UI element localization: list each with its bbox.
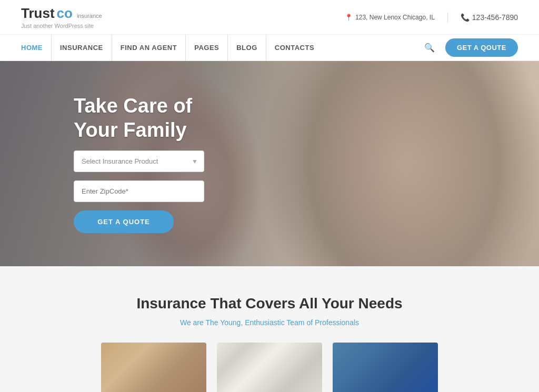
logo-insurance-text: insurance: [77, 13, 102, 19]
top-bar-right: 📍 123, New Lenox Chicago, IL 📞 123-456-7…: [345, 12, 518, 23]
nav-right: 🔍 GET A QOUTE: [422, 38, 518, 57]
card-car[interactable]: [333, 343, 438, 392]
phone-number: 123-456-7890: [472, 13, 518, 22]
nav-links: HOME INSURANCE FIND AN AGENT PAGES BLOG …: [21, 35, 323, 61]
needs-title: Insurance That Covers All Your Needs: [21, 295, 518, 312]
hero-title-line2: Your Family: [74, 118, 204, 143]
cards-row: [21, 343, 518, 392]
top-bar: Trustco insurance Just another WordPress…: [0, 0, 539, 35]
insurance-select-wrapper: Select Insurance Product Life Insurance …: [74, 150, 204, 172]
zipcode-input[interactable]: [74, 180, 204, 202]
hero-section: Take Care of Your Family Select Insuranc…: [0, 61, 539, 266]
logo-line: Trustco insurance: [21, 5, 102, 22]
top-address: 📍 123, New Lenox Chicago, IL: [345, 14, 435, 21]
logo-co: co: [57, 5, 73, 22]
get-quote-nav-button[interactable]: GET A QOUTE: [445, 38, 518, 57]
hero-title: Take Care of Your Family: [74, 94, 204, 142]
card-house[interactable]: [217, 343, 322, 392]
phone-icon: 📞: [461, 13, 470, 22]
insurance-product-select[interactable]: Select Insurance Product Life Insurance …: [74, 150, 204, 172]
nav-pages[interactable]: PAGES: [186, 35, 228, 61]
logo-trust: Trust: [21, 5, 55, 22]
get-quote-hero-button[interactable]: GET A QUOTE: [74, 210, 174, 233]
hero-title-line1: Take Care of: [74, 94, 204, 118]
search-icon: 🔍: [424, 43, 435, 52]
nav-home[interactable]: HOME: [21, 35, 52, 61]
nav-bar: HOME INSURANCE FIND AN AGENT PAGES BLOG …: [0, 35, 539, 61]
nav-find-agent[interactable]: FIND AN AGENT: [112, 35, 186, 61]
needs-subtitle: We are The Young, Enthusiastic Team of P…: [21, 318, 518, 327]
top-divider: [447, 12, 448, 23]
card-family[interactable]: [101, 343, 206, 392]
top-phone: 📞 123-456-7890: [461, 13, 518, 22]
address-text: 123, New Lenox Chicago, IL: [355, 14, 435, 21]
logo-area: Trustco insurance Just another WordPress…: [21, 5, 102, 29]
nav-contacts[interactable]: CONTACTS: [266, 35, 323, 61]
location-icon: 📍: [345, 14, 353, 21]
nav-insurance[interactable]: INSURANCE: [52, 35, 112, 61]
needs-section: Insurance That Covers All Your Needs We …: [0, 266, 539, 392]
nav-blog[interactable]: BLOG: [228, 35, 266, 61]
logo-tagline: Just another WordPress site: [21, 23, 102, 29]
hero-content: Take Care of Your Family Select Insuranc…: [0, 94, 204, 233]
search-button[interactable]: 🔍: [422, 41, 437, 55]
